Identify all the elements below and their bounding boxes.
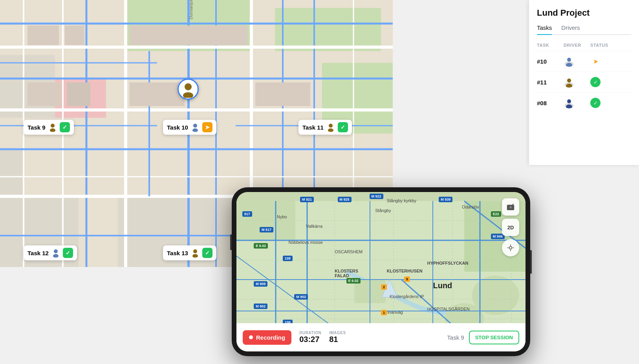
task-13-label[interactable]: Task 13 ✓ [163,245,216,260]
task-number: #11 [537,79,560,86]
task-10-avatar [190,123,200,132]
current-task: Task 9 [447,334,464,341]
svg-point-49 [193,249,197,253]
svg-point-48 [53,254,59,258]
table-header: TASK DRIVER STATUS [537,41,631,51]
road-1: 1 [381,310,387,315]
driver-avatar [564,77,575,88]
task-10-text: Task 10 [167,124,188,131]
task-13-status: ✓ [202,248,212,258]
road-m925: M 925 [338,197,352,202]
task-10-label[interactable]: Task 10 ➤ [163,120,216,135]
task-11-avatar [326,123,335,132]
road-e602a: E 6.02 [254,243,268,249]
road-m917: M 917 [260,227,273,232]
svg-rect-35 [130,82,185,106]
table-row[interactable]: #08 ✓ [537,92,631,113]
svg-point-47 [54,249,58,253]
task-12-text: Task 12 [27,250,49,256]
svg-marker-87 [512,203,514,205]
svg-point-42 [50,128,55,132]
road-m902b: M 902 [254,304,267,309]
svg-point-41 [51,124,55,128]
col-task: TASK [537,43,560,48]
stop-session-button[interactable]: STOP SESSION [469,331,519,344]
road-m922: M 922 [370,194,383,199]
task-13-avatar [190,248,200,258]
svg-rect-37 [130,26,247,45]
svg-point-39 [185,83,192,90]
svg-point-40 [183,92,193,98]
duration-value: 03:27 [299,335,321,344]
svg-point-43 [193,124,197,128]
duration-label: DURATION [299,331,321,335]
images-label: IMAGES [329,331,346,335]
task-number: #10 [537,58,560,65]
table-row[interactable]: #10 ➤ [537,51,631,71]
phone-bottom-bar: Recording DURATION 03:27 IMAGES 81 Task … [236,323,525,351]
svg-point-88 [509,206,512,209]
camera-button[interactable] [502,198,519,216]
task-9-text: Task 9 [27,124,46,131]
svg-point-50 [192,254,198,258]
task-12-avatar [51,248,60,258]
task-9-label[interactable]: Task 9 ✓ [24,120,74,135]
phone-volume-button [230,234,232,250]
col-status: STATUS [590,43,631,48]
road-m902a: M 902 [294,294,308,300]
driver-avatar [564,97,575,108]
recording-button[interactable]: Recording [243,330,291,345]
road-e22: E22 [491,211,501,217]
road-2: 2 [381,284,387,290]
driver-pin [178,79,199,100]
recording-dot [249,335,253,339]
task-12-status: ✓ [63,248,73,258]
task-number: #08 [537,100,560,106]
task-11-label[interactable]: Task 11 ✓ [298,120,352,135]
task-13-text: Task 13 [167,250,188,256]
svg-point-46 [328,128,333,132]
svg-rect-33 [67,82,90,106]
road-m921: M 921 [300,197,314,202]
status-icon-check: ✓ [590,98,601,108]
task-11-status: ✓ [338,122,348,132]
svg-rect-8 [0,149,24,196]
phone-mockup: Nybo Vallkärra Stångby Stångby kyrkby Od… [232,187,530,356]
road-m909: M 909 [254,281,267,287]
road-e602b: E 6.02 [346,278,361,284]
svg-point-44 [192,128,198,132]
task-9-status: ✓ [60,122,70,132]
svg-point-58 [567,99,571,103]
side-panel: Lund Project Tasks Drivers TASK DRIVER S… [529,0,639,165]
task-9-avatar [48,123,57,132]
panel-tabs: Tasks Drivers [537,24,631,35]
task-10-status: ➤ [202,122,212,132]
svg-point-55 [567,79,571,82]
status-icon-check: ✓ [590,77,601,87]
tab-tasks[interactable]: Tasks [537,24,552,35]
svg-point-45 [329,124,333,128]
svg-rect-32 [65,26,84,45]
duration-stat: DURATION 03:27 [299,331,321,344]
svg-point-52 [567,58,571,62]
driver-avatar [564,56,575,67]
road-108a: 108 [283,256,293,261]
locate-button[interactable] [502,239,519,256]
svg-rect-34 [27,82,61,106]
images-value: 81 [329,335,346,344]
phone-screen: Nybo Vallkärra Stångby Stångby kyrkby Od… [236,192,525,351]
svg-point-89 [509,247,512,249]
task-12-label[interactable]: Task 12 ✓ [24,245,77,260]
images-stat: IMAGES 81 [329,331,346,344]
task-11-text: Task 11 [302,124,324,131]
status-icon-arrow: ➤ [590,56,601,66]
svg-text:Dunsanjungro: Dunsanjungro [189,0,193,19]
svg-rect-31 [27,26,59,45]
phone-power-button [530,250,532,274]
2d-button[interactable]: 2D [502,219,519,236]
col-driver: DRIVER [564,43,587,48]
recording-label: Recording [256,334,285,341]
table-row[interactable]: #11 ✓ [537,71,631,92]
tab-drivers[interactable]: Drivers [561,24,580,35]
road-m939: M 939 [439,197,452,202]
